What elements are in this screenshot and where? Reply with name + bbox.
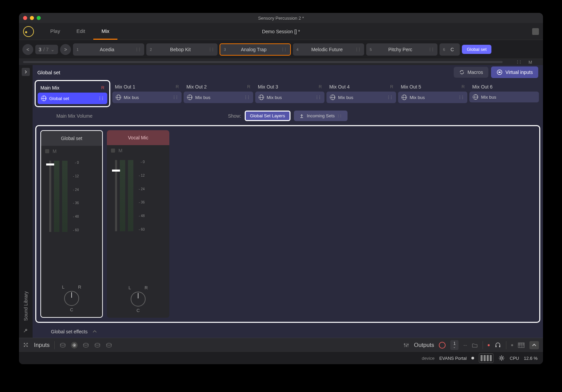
svg-point-11: [107, 343, 111, 345]
expand-up-button[interactable]: [529, 341, 539, 349]
drag-handle-icon[interactable]: ⫶⫶: [337, 113, 342, 118]
mix-out-r[interactable]: R: [176, 84, 179, 90]
kit-item-5[interactable]: 5 Pitchy Perc ⫶⫶: [366, 43, 437, 56]
maximize-window-button[interactable]: [37, 16, 41, 20]
drum-icon-1[interactable]: [59, 342, 66, 349]
drag-handle-icon[interactable]: ⫶⫶: [355, 46, 361, 53]
piano-icon[interactable]: [518, 342, 525, 348]
kit-item-3[interactable]: 3 Analog Trap ⫶⫶: [220, 43, 291, 56]
fader-track[interactable]: [115, 160, 117, 231]
drag-handle-icon[interactable]: ⫶⫶: [429, 46, 434, 53]
kit-item-6[interactable]: 6 C: [439, 43, 460, 56]
record-button[interactable]: [439, 342, 446, 349]
mix-bus-button[interactable]: Mix bus⫶⫶: [255, 92, 325, 103]
virtual-inputs-button[interactable]: Virtual inputs: [491, 66, 538, 78]
expand-sidebar-button[interactable]: [22, 68, 30, 76]
global-set-layers-button[interactable]: Global Set Layers: [245, 111, 291, 121]
drum-icon-2[interactable]: [71, 342, 78, 349]
timeline-m-label[interactable]: M: [522, 60, 539, 65]
kit-item-4[interactable]: 4 Melodic Future ⫶⫶: [293, 43, 364, 56]
drag-handle-icon[interactable]: ⫶⫶: [98, 95, 104, 101]
mix-out-r[interactable]: R: [390, 84, 393, 90]
mix-bus-button[interactable]: Mix bus⫶⫶: [398, 92, 468, 103]
drag-handle-icon[interactable]: ⫶⫶: [458, 94, 464, 100]
drum-icon-4[interactable]: [94, 342, 101, 349]
global-set-button[interactable]: Global set: [462, 45, 491, 54]
mix-bus-button[interactable]: Mix bus⫶⫶: [326, 92, 396, 103]
tab-play[interactable]: Play: [42, 23, 68, 40]
mute-indicator[interactable]: [111, 149, 115, 153]
arrow-up-icon[interactable]: [92, 329, 98, 335]
outputs-label[interactable]: Outputs: [414, 342, 434, 349]
drag-handle-icon[interactable]: ⫶⫶: [281, 46, 287, 53]
minimize-window-button[interactable]: [30, 16, 34, 20]
mix-out-3[interactable]: Mix Out 3R Mix bus⫶⫶: [255, 82, 325, 105]
macros-button[interactable]: Macros: [454, 67, 488, 78]
scale-tick: - 0: [139, 160, 145, 164]
drum-icon-5[interactable]: [106, 342, 112, 349]
pan-knob[interactable]: [64, 291, 79, 306]
mix-bus-button[interactable]: Mix bus⫶⫶: [184, 92, 253, 103]
inputs-label[interactable]: Inputs: [34, 342, 50, 349]
device-meters-icon[interactable]: [479, 353, 493, 363]
gear-icon[interactable]: [498, 355, 505, 361]
mix-out-r[interactable]: R: [319, 84, 322, 90]
mix-out-1[interactable]: Mix Out 1R Mix bus⫶⫶: [112, 82, 182, 105]
headphones-icon[interactable]: [494, 342, 501, 349]
mix-out-6[interactable]: Mix Out 6 Mix bus: [469, 82, 539, 105]
mix-out-4[interactable]: Mix Out 4R Mix bus⫶⫶: [326, 82, 396, 105]
mix-bus-label: Mix bus: [410, 95, 425, 100]
fader-handle[interactable]: [112, 170, 120, 172]
mix-out-r[interactable]: R: [462, 84, 465, 90]
channel-name[interactable]: Global set: [41, 131, 102, 146]
close-window-button[interactable]: [23, 16, 27, 20]
level-meter: [54, 161, 59, 232]
mute-label[interactable]: M: [118, 148, 123, 153]
kit-item-1[interactable]: 1 Acedia ⫶⫶: [73, 43, 144, 56]
fader-handle[interactable]: [46, 163, 54, 165]
tab-edit[interactable]: Edit: [68, 23, 93, 40]
effects-label[interactable]: Global set effects: [51, 329, 88, 334]
mix-out-5[interactable]: Mix Out 5R Mix bus⫶⫶: [398, 82, 468, 105]
folder-icon[interactable]: [472, 342, 478, 348]
mute-label[interactable]: M: [53, 149, 57, 154]
drag-handle-icon[interactable]: ⫶⫶: [173, 94, 178, 100]
kit-counter[interactable]: 3 / 7 ⌄: [35, 45, 58, 54]
scale-tick: - 24: [73, 188, 79, 192]
mix-bus-button[interactable]: Mix bus: [469, 92, 539, 102]
drag-handle-icon[interactable]: ⫶⫶: [209, 46, 214, 53]
mix-out-r[interactable]: R: [247, 84, 250, 90]
app-logo-icon[interactable]: [23, 26, 34, 37]
device-name[interactable]: EVANS Portal: [439, 356, 467, 361]
mix-out-2[interactable]: Mix Out 2R Mix bus⫶⫶: [184, 82, 253, 105]
inputs-icon[interactable]: [23, 342, 29, 348]
dash-icon[interactable]: --: [463, 342, 467, 348]
drag-handle-icon[interactable]: ⫶⫶: [316, 94, 321, 100]
fader-track[interactable]: [49, 161, 51, 232]
mute-indicator[interactable]: [45, 149, 49, 153]
mix-bus-button[interactable]: Mix bus⫶⫶: [112, 92, 182, 103]
sound-library-label[interactable]: Sound Library: [23, 291, 29, 321]
kit-prev-button[interactable]: <: [22, 44, 33, 55]
kit-number: 3: [224, 47, 226, 52]
kit-item-2[interactable]: 2 Bebop Kit ⫶⫶: [146, 43, 218, 56]
mix-bus-button[interactable]: Global set ⫶⫶: [38, 93, 107, 104]
mix-out-r[interactable]: R: [101, 85, 104, 91]
sliders-icon[interactable]: [403, 342, 409, 348]
header-stop-button[interactable]: [532, 28, 539, 35]
drag-handle-icon[interactable]: ⫶⫶: [387, 94, 393, 100]
tab-mix[interactable]: Mix: [93, 23, 117, 40]
timeline-scrollbar[interactable]: [23, 61, 503, 63]
incoming-sets-button[interactable]: Incoming Sets ⫶⫶: [294, 111, 348, 121]
drum-icon-3[interactable]: [82, 342, 89, 349]
mix-out-main[interactable]: Main Mix R Global set ⫶⫶: [35, 80, 110, 107]
drag-handle-icon[interactable]: ⫶⫶: [135, 46, 141, 53]
incoming-sets-label: Incoming Sets: [307, 113, 335, 118]
pan-knob[interactable]: [131, 292, 146, 307]
channel-name[interactable]: Vocal Mic: [107, 130, 169, 145]
drag-handle-icon[interactable]: ⫶⫶: [244, 94, 250, 100]
timeline-handle-icon[interactable]: ⫶⫶: [516, 59, 522, 65]
wrench-icon[interactable]: [23, 328, 29, 334]
kit-next-button[interactable]: >: [60, 44, 71, 55]
output-selector[interactable]: 1⌄: [450, 340, 458, 350]
